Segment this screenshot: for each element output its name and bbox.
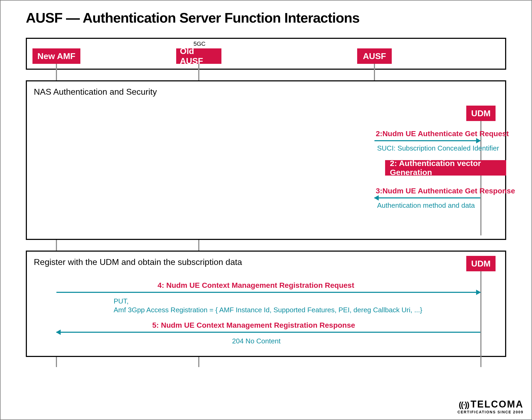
arrow-2req: [374, 140, 480, 141]
container-5gc: [26, 38, 506, 70]
msg-5-sub: 204 No Content: [232, 337, 281, 345]
arrowhead-right-icon: [476, 290, 481, 295]
arrowhead-left-icon: [56, 330, 61, 335]
actor-new-amf-label: New AMF: [38, 51, 76, 61]
actor-udm-1: UDM: [466, 106, 496, 121]
actor-old-ausf: Old AUSF: [176, 48, 221, 64]
actor-old-ausf-label: Old AUSF: [180, 46, 218, 66]
actor-udm-2-label: UDM: [471, 259, 491, 269]
msg-4-sub1: PUT,: [114, 297, 129, 305]
arrow-3: [374, 197, 480, 198]
actor-ausf: AUSF: [357, 48, 392, 64]
section-reg-title: Register with the UDM and obtain the sub…: [34, 257, 242, 267]
arrow-5: [56, 332, 480, 333]
section-nas-title: NAS Authentication and Security: [34, 87, 157, 97]
actor-new-amf: New AMF: [32, 48, 80, 64]
arrowhead-left-icon: [374, 195, 379, 201]
arrowhead-right-icon: [476, 138, 481, 143]
arrow-4: [56, 292, 480, 293]
actor-udm-2: UDM: [466, 256, 496, 271]
diagram-canvas: AUSF — Authentication Server Function In…: [0, 0, 532, 420]
msg-3-title: 3:Nudm UE Authenticate Get Response: [376, 187, 515, 195]
actor-ausf-label: AUSF: [363, 51, 386, 61]
brand-name: TELCOMA: [471, 399, 523, 410]
msg-2req-title: 2:Nudm UE Authenticate Get Request: [376, 130, 509, 138]
actor-udm-1-label: UDM: [471, 109, 491, 118]
note-auth-vector-gen-label: 2: Authentication vector Generation: [390, 159, 501, 177]
brand-sub: CERTIFICATIONS SINCE 2009: [457, 410, 523, 414]
msg-4-title: 4: Nudm UE Context Management Registrati…: [158, 281, 354, 290]
page-title: AUSF — Authentication Server Function In…: [26, 10, 360, 26]
msg-5-title: 5: Nudm UE Context Management Registrati…: [152, 321, 355, 330]
signal-icon: ((·)): [459, 400, 469, 409]
brand-logo: ((·))TELCOMA CERTIFICATIONS SINCE 2009: [457, 399, 523, 414]
msg-4-sub2: Amf 3Gpp Access Registration = { AMF Ins…: [114, 306, 422, 314]
msg-2req-sub: SUCI: Subscription Concealed Identifier: [377, 144, 499, 152]
note-auth-vector-gen: 2: Authentication vector Generation: [385, 160, 506, 176]
msg-3-sub: Authentication method and data: [377, 201, 475, 210]
lifeline-udm-2: [480, 271, 481, 367]
